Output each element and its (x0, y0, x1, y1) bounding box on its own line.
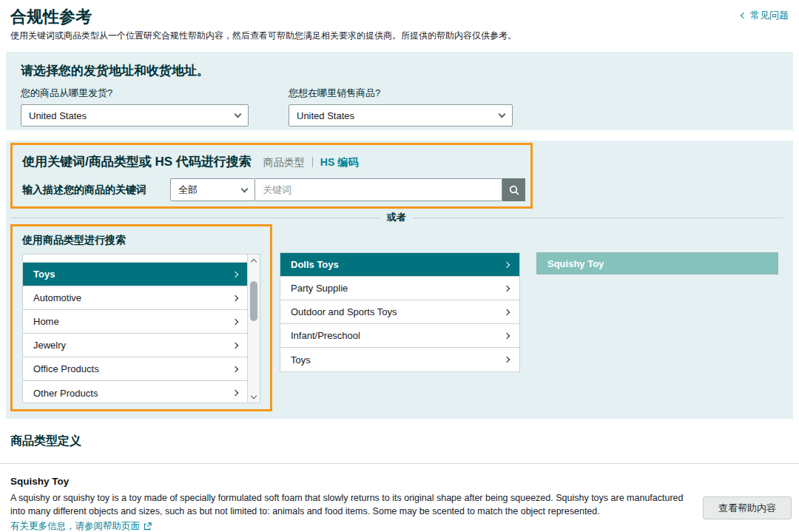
list-item-toys-l2[interactable]: Toys (280, 348, 519, 371)
tab-product-type[interactable]: 商品类型 (263, 156, 305, 169)
scrollbar-thumb[interactable] (250, 281, 257, 321)
address-section-heading: 请选择您的发货地址和收货地址。 (21, 62, 778, 79)
faq-link[interactable]: 常见问题 (741, 9, 789, 22)
chevron-right-icon (232, 342, 238, 348)
list-item-jewelry[interactable]: Jewelry (23, 334, 247, 357)
definition-term: Squishy Toy (10, 476, 789, 487)
chevron-down-icon (499, 111, 506, 118)
category-list-level3: Squishy Toy (536, 252, 778, 275)
list-item-party-supplie[interactable]: Party Supplie (280, 277, 519, 300)
list-item-automotive[interactable]: Automotive (23, 286, 247, 310)
tab-hs-code[interactable]: HS 编码 (320, 156, 358, 169)
list-item-other-products[interactable]: Other Products (23, 381, 247, 403)
list-item-office-products[interactable]: Office Products (23, 357, 247, 381)
category-list-level1: Kitchen Toys Automotive Home (22, 254, 260, 403)
page-header: 合规性参考 常见问题 (0, 0, 799, 28)
keyword-search-box: 使用关键词/商品类型或 HS 代码进行搜索 商品类型 HS 编码 输入描述您的商… (10, 143, 533, 209)
sell-in-field: 您想在哪里销售商品? United States (289, 87, 513, 127)
more-info-link-label: 有关更多信息，请参阅帮助页面 (10, 520, 140, 532)
chevron-right-icon (504, 309, 510, 314)
sell-in-label: 您想在哪里销售商品? (289, 87, 513, 100)
definitions-section: 商品类型定义 Squishy Toy A squishy or squishy … (0, 419, 799, 532)
scroll-up-icon[interactable] (248, 255, 260, 266)
search-icon (508, 184, 520, 196)
category-list-level2: Dolls Toys Party Supplie Outdoor and Spo… (280, 252, 520, 372)
ship-from-value: United States (29, 110, 87, 121)
chevron-right-icon (232, 294, 238, 300)
list-item-outdoor-sports-toys[interactable]: Outdoor and Sports Toys (280, 300, 519, 324)
keyword-search-heading: 使用关键词/商品类型或 HS 代码进行搜索 (22, 153, 252, 170)
ship-from-select[interactable]: United States (21, 104, 249, 127)
chevron-down-icon (241, 185, 249, 192)
category-search-box: 使用商品类型进行搜索 Kitchen Toys Automotive (10, 224, 272, 411)
ship-from-label: 您的商品从哪里发货? (21, 87, 249, 100)
list-item-dolls-toys[interactable]: Dolls Toys (280, 253, 519, 277)
view-help-button[interactable]: 查看帮助内容 (703, 496, 792, 519)
list-item-clipped[interactable]: Kitchen (23, 255, 247, 263)
sell-in-select[interactable]: United States (289, 104, 513, 127)
definition-description: A squishy or squishy toy is a toy made o… (10, 491, 691, 518)
chevron-right-icon (504, 357, 510, 363)
address-section: 请选择您的发货地址和收货地址。 您的商品从哪里发货? United States… (6, 52, 793, 130)
chevron-right-icon (232, 271, 238, 277)
faq-link-label: 常见问题 (750, 9, 789, 22)
chevron-right-icon (232, 366, 238, 371)
scroll-down-icon[interactable] (248, 391, 260, 403)
chevron-right-icon (504, 332, 510, 338)
or-divider-label: 或者 (380, 211, 414, 224)
list-item-infant-preschool[interactable]: Infant/Preschool (280, 324, 519, 348)
list-item-toys[interactable]: Toys (23, 263, 247, 286)
external-link-icon (144, 522, 152, 531)
page-subtitle: 使用关键词或商品类型从一个位置研究合规性帮助内容，然后查看可帮助您满足相关要求的… (0, 28, 799, 42)
keyword-input[interactable] (255, 178, 502, 201)
chevron-left-icon (741, 13, 746, 18)
chevron-right-icon (504, 285, 510, 291)
sell-in-value: United States (297, 110, 354, 121)
chevron-right-icon (232, 318, 238, 324)
keyword-input-label: 输入描述您的商品的关键词 (22, 183, 170, 197)
list-item-home[interactable]: Home (23, 310, 247, 334)
definitions-heading: 商品类型定义 (10, 434, 789, 449)
more-info-link[interactable]: 有关更多信息，请参阅帮助页面 (10, 520, 152, 532)
chevron-right-icon (232, 390, 238, 396)
scrollbar[interactable] (247, 255, 260, 403)
page-title: 合规性参考 (10, 6, 789, 28)
search-button[interactable] (502, 178, 525, 201)
list-item-squishy-toy[interactable]: Squishy Toy (536, 252, 778, 275)
category-search-heading: 使用商品类型进行搜索 (22, 234, 260, 247)
keyword-category-select[interactable]: 全部 (170, 178, 255, 201)
ship-from-field: 您的商品从哪里发货? United States (21, 87, 249, 127)
chevron-right-icon (504, 261, 510, 267)
search-section: 使用关键词/商品类型或 HS 代码进行搜索 商品类型 HS 编码 输入描述您的商… (6, 141, 793, 419)
divider (0, 463, 799, 464)
keyword-category-value: 全部 (178, 183, 198, 197)
chevron-down-icon (235, 111, 242, 118)
or-divider: 或者 (10, 212, 783, 223)
tab-divider (312, 157, 313, 167)
